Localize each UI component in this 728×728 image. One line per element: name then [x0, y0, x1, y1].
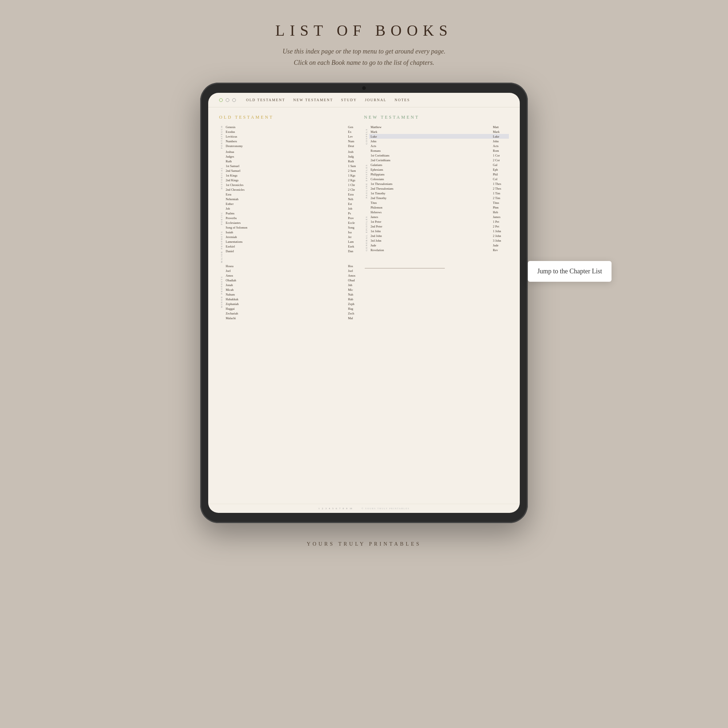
book-row[interactable]: JudgesJudg: [224, 154, 364, 159]
book-name: Revelation: [370, 248, 493, 252]
book-row[interactable]: 3rd John3 John: [369, 238, 509, 243]
book-row[interactable]: 2nd Corinthians2 Cor: [369, 158, 509, 162]
book-row[interactable]: NehemiahNeh: [224, 197, 364, 202]
book-row[interactable]: 2nd John2 John: [369, 233, 509, 238]
book-row[interactable]: 1st John1 John: [369, 229, 509, 233]
book-row[interactable]: NumbersNum: [224, 139, 364, 144]
book-row[interactable]: MicahMic: [224, 287, 364, 292]
book-row[interactable]: 2nd Chronicles2 Chr: [224, 187, 364, 192]
book-row[interactable]: EzraEzra: [224, 192, 364, 197]
page-number[interactable]: 6: [336, 507, 337, 510]
book-row[interactable]: EstherEst: [224, 202, 364, 206]
book-row[interactable]: JonahJnh: [224, 283, 364, 287]
book-row[interactable]: ActsActs: [369, 144, 509, 148]
book-row[interactable]: PsalmsPs: [224, 211, 364, 216]
book-row[interactable]: JoelJoel: [224, 268, 364, 273]
book-row[interactable]: ZechariahZech: [224, 311, 364, 316]
book-row[interactable]: MarkMark: [369, 129, 509, 134]
page-number[interactable]: 8: [343, 507, 344, 510]
book-row[interactable]: JudeJude: [369, 243, 509, 248]
book-row[interactable]: DanielDan: [224, 249, 364, 254]
book-row[interactable]: HabakkukHab: [224, 297, 364, 301]
book-row[interactable]: 1st Corinthians1 Cor: [369, 153, 509, 158]
book-row[interactable]: IsaiahIsa: [224, 230, 364, 235]
book-row[interactable]: LamentationsLam: [224, 240, 364, 244]
old-testament-sections: PentateuchGenesisGenExodusExLeviticusLev…: [219, 124, 364, 320]
book-row[interactable]: DeuteronomyDeut: [224, 144, 364, 148]
book-row[interactable]: ZephaniahZeph: [224, 301, 364, 306]
book-abbr: 1 Tim: [493, 191, 508, 195]
book-name: 2nd John: [370, 234, 493, 238]
book-row[interactable]: ColossiansCol: [369, 177, 509, 181]
page-number[interactable]: 4: [329, 507, 330, 510]
book-abbr: Jer: [348, 235, 362, 239]
page-number[interactable]: 7: [339, 507, 341, 510]
nav-link-journal[interactable]: JOURNAL: [365, 98, 387, 102]
book-row[interactable]: LeviticusLev: [224, 134, 364, 139]
book-row[interactable]: EcclesiastesEccle: [224, 220, 364, 225]
page-number[interactable]: 5: [332, 507, 334, 510]
book-row[interactable]: GalatiansGal: [369, 162, 509, 167]
book-abbr: 1 Kgs: [348, 174, 362, 177]
book-row[interactable]: 1st Peter1 Pet: [369, 219, 509, 224]
book-abbr: 2 Pet: [493, 225, 508, 228]
book-row[interactable]: RevelationRev: [369, 248, 509, 252]
book-row[interactable]: JobJob: [224, 206, 364, 211]
page-number[interactable]: 10: [349, 507, 352, 510]
page-number[interactable]: 9: [346, 507, 348, 510]
book-row[interactable]: 2nd Samuel2 Sam: [224, 168, 364, 173]
book-abbr: Luke: [493, 135, 508, 138]
book-row[interactable]: 1st Samuel1 Sam: [224, 164, 364, 168]
nav-link-old-testament[interactable]: OLD TESTAMENT: [246, 98, 285, 102]
books-list: MatthewMattMarkMarkLukeLukeJohnJohnActsA…: [369, 124, 509, 148]
book-row[interactable]: EzekielEzek: [224, 244, 364, 249]
book-row[interactable]: PhilippiansPhil: [369, 172, 509, 177]
nav-link-new-testament[interactable]: NEW TESTAMENT: [294, 98, 333, 102]
page-number[interactable]: 2: [322, 507, 323, 510]
book-row[interactable]: 2nd Kings2 Kgs: [224, 178, 364, 183]
book-row[interactable]: JeremiahJer: [224, 235, 364, 240]
book-row[interactable]: HaggaiHag: [224, 306, 364, 311]
book-abbr: 2 Cor: [493, 158, 508, 162]
section-label: Pentateuch: [219, 124, 224, 150]
book-row[interactable]: RomansRom: [369, 148, 509, 153]
book-name: 3rd John: [370, 239, 493, 242]
book-row[interactable]: AmosAmos: [224, 273, 364, 278]
book-row[interactable]: 1st Thessalonians1 Thes: [369, 181, 509, 186]
nav-link-study[interactable]: STUDY: [341, 98, 357, 102]
book-row[interactable]: ExodusEx: [224, 129, 364, 134]
book-name: Nehemiah: [226, 197, 348, 201]
book-row[interactable]: RuthRuth: [224, 159, 364, 164]
book-row[interactable]: MalachiMal: [224, 316, 364, 320]
book-abbr: Obad: [348, 278, 362, 282]
page-number[interactable]: 3: [326, 507, 327, 510]
book-row[interactable]: TitusTitus: [369, 200, 509, 205]
book-row[interactable]: JohnJohn: [369, 139, 509, 144]
nav-link-notes[interactable]: NOTES: [395, 98, 410, 102]
book-abbr: Rev: [493, 248, 508, 252]
book-row[interactable]: HebrewsHeb: [369, 210, 509, 214]
book-row[interactable]: 2nd Thessalonians2 Thes: [369, 186, 509, 191]
column-old-testament: OLD TESTAMENT PentateuchGenesisGenExodus…: [219, 115, 364, 500]
book-row[interactable]: JamesJames: [369, 214, 509, 219]
book-row[interactable]: Song of SolomonSong: [224, 225, 364, 230]
book-row[interactable]: LukeLuke: [369, 134, 509, 139]
book-row[interactable]: PhilemonPhm: [369, 205, 509, 210]
section-label: Historical: [219, 150, 224, 206]
book-row[interactable]: EphesiansEph: [369, 167, 509, 172]
book-row[interactable]: GenesisGen: [224, 124, 364, 129]
book-row[interactable]: 1st Chronicles1 Chr: [224, 183, 364, 187]
book-name: Lamentations: [226, 240, 348, 243]
book-row[interactable]: ObadiahObad: [224, 278, 364, 283]
book-row[interactable]: NahumNah: [224, 292, 364, 297]
book-row[interactable]: 1st Kings1 Kgs: [224, 173, 364, 178]
books-list: IsaiahIsaJeremiahJerLamentationsLamEzeki…: [224, 230, 364, 264]
book-row[interactable]: JoshuaJosh: [224, 150, 364, 154]
book-row[interactable]: ProverbsProv: [224, 216, 364, 220]
book-row[interactable]: HoseaHos: [224, 263, 364, 268]
book-row[interactable]: MatthewMatt: [369, 124, 509, 129]
page-number[interactable]: 1: [318, 507, 320, 510]
book-row[interactable]: 2nd Timothy2 Tim: [369, 196, 509, 200]
book-row[interactable]: 2nd Peter2 Pet: [369, 224, 509, 229]
book-row[interactable]: 1st Timothy1 Tim: [369, 191, 509, 196]
